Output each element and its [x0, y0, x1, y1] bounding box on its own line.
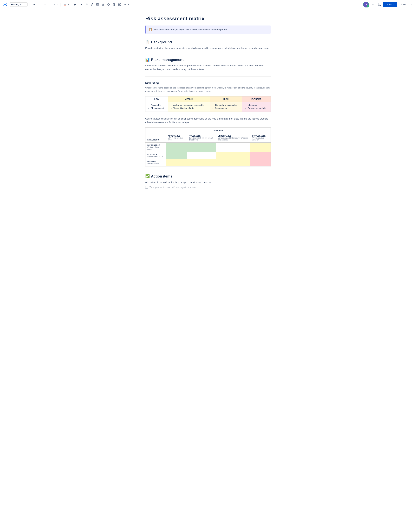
link-button[interactable] [89, 2, 95, 7]
svg-rect-23 [120, 4, 121, 6]
divider-4 [71, 3, 71, 7]
cell-prob-tolerable [187, 159, 216, 166]
avatar-online-badge [367, 5, 369, 8]
likelihood-probable: PROBABLE Risk will occur [145, 159, 166, 166]
svg-rect-11 [81, 5, 82, 5]
severity-header: SEVERITY [166, 127, 271, 133]
task-list-button[interactable]: ☑ [84, 2, 89, 7]
section-divider [145, 76, 271, 76]
page-content: Risk assessment matrix 📋 This template i… [141, 9, 275, 209]
info-banner: 📋 This template is brought to your by St… [145, 26, 271, 34]
emoji-button[interactable] [106, 2, 111, 7]
publish-button[interactable]: Publish [383, 2, 397, 7]
version-history-button[interactable] [377, 2, 382, 7]
col-undesirable: UNDESIRABLE Serious impact to the course… [216, 133, 251, 142]
table-row: IMPROBABLE Risk is unlikely to occur [145, 142, 271, 152]
cell-high: Generally unacceptable Seek support [210, 102, 242, 112]
col-extreme: EXTREME [242, 96, 271, 102]
risk-rating-table: LOW MEDIUM HIGH EXTREME Acceptable Ok to… [145, 96, 271, 112]
banner-text: This template is brought to your by Stil… [154, 28, 228, 31]
font-color-group: A ▾ [62, 2, 69, 7]
risk-rating-description: Choose your rating based on the likeliho… [145, 86, 271, 93]
risk-rating-heading: Risk rating [145, 82, 271, 85]
divider-3 [60, 3, 60, 7]
col-low: LOW [145, 96, 168, 102]
toolbar: Heading 2 ▾ B I ··· ≡ ▾ A ▾ 1.2.3. ☑ [0, 0, 416, 9]
cell-imp-undesirable [216, 142, 251, 152]
action-items-icon: ✅ [145, 174, 150, 179]
page-title[interactable]: Risk assessment matrix [145, 16, 271, 22]
confluence-logo[interactable] [3, 2, 7, 7]
cell-imp-accept [166, 142, 187, 152]
cell-prob-undesirable [216, 159, 251, 166]
svg-rect-1 [75, 4, 76, 4]
svg-rect-9 [81, 4, 82, 5]
action-item-row: Type your action, use '@' to assign to s… [145, 186, 271, 189]
svg-point-16 [109, 4, 109, 4]
banner-icon: 📋 [149, 28, 152, 31]
insert-group: 1.2.3. ☑ @ + ▾ [73, 2, 129, 7]
align-group: ≡ ▾ [52, 2, 58, 7]
action-items-section: ✅ Action items Add action items to close… [145, 174, 271, 189]
action-items-body: Add action items to close the loop on op… [145, 180, 271, 184]
svg-rect-7 [81, 4, 82, 4]
table-row: Acceptable Ok to proceed As low as reaso… [145, 102, 271, 112]
bullet-list-button[interactable] [73, 2, 78, 7]
action-items-heading: ✅ Action items [145, 174, 271, 179]
background-heading: 📋 Background [145, 40, 271, 44]
numbered-list-button[interactable]: 1.2.3. [78, 2, 84, 7]
heading-style-selector[interactable]: Heading 2 ▾ [10, 2, 28, 7]
more-insert-chevron-icon[interactable]: ▾ [128, 4, 129, 5]
likelihood-improbable: IMPROBABLE Risk is unlikely to occur [145, 142, 166, 152]
col-tolerable: TOLERABLE Effects are felt, but not crit… [187, 133, 216, 142]
layout-button[interactable] [117, 2, 122, 7]
svg-rect-22 [118, 4, 119, 6]
col-high: HIGH [210, 96, 242, 102]
toolbar-right: CK + Publish Close ··· [363, 2, 413, 8]
svg-point-4 [74, 5, 75, 5]
svg-rect-3 [75, 4, 76, 5]
align-button[interactable]: ≡ [52, 2, 57, 7]
cell-pos-accept [166, 152, 187, 159]
heading-chevron-icon: ▾ [21, 3, 22, 6]
background-section: 📋 Background Provide context on the proj… [145, 40, 271, 50]
cell-medium: As low as reasonably practicable Take mi… [168, 102, 210, 112]
svg-rect-5 [75, 5, 76, 5]
background-body[interactable]: Provide context on the project or initia… [145, 46, 271, 50]
cell-imp-tolerable [187, 142, 216, 152]
likelihood-header-cell: LIKELIHOOD [145, 133, 166, 142]
corner-cell [145, 127, 166, 133]
action-placeholder[interactable]: Type your action, use '@' to assign to s… [149, 186, 198, 189]
risks-body[interactable]: Identify and prioritize risks based on t… [145, 64, 271, 71]
font-color-chevron-icon[interactable]: ▾ [68, 4, 69, 5]
cell-pos-intolerable [250, 152, 271, 159]
more-insert-button[interactable]: + [123, 2, 128, 7]
action-checkbox[interactable] [145, 186, 148, 189]
risks-heading: 📊 Risks management [145, 58, 271, 62]
add-collaborator-button[interactable]: + [370, 2, 375, 7]
mention-button[interactable]: @ [100, 2, 106, 7]
bold-button[interactable]: B [32, 2, 37, 7]
image-button[interactable] [95, 2, 100, 7]
more-format-button[interactable]: ··· [43, 2, 48, 7]
align-chevron-icon[interactable]: ▾ [58, 4, 58, 5]
background-icon: 📋 [145, 40, 150, 44]
user-avatar[interactable]: CK [363, 2, 369, 8]
cell-imp-intolerable [250, 142, 271, 152]
svg-point-0 [74, 4, 75, 4]
table-row: POSSIBLE Risk will likely occur [145, 152, 271, 159]
risks-section: 📊 Risks management Identify and prioriti… [145, 58, 271, 166]
svg-rect-25 [379, 4, 379, 5]
text-format-group: B I ··· [32, 2, 48, 7]
svg-point-14 [107, 4, 109, 6]
col-medium: MEDIUM [168, 96, 210, 102]
italic-button[interactable]: I [37, 2, 42, 7]
cell-pos-undesirable [216, 152, 251, 159]
col-intolerable: INTOLERABLE Could result in disaster [250, 133, 271, 142]
table-button[interactable] [111, 2, 117, 7]
close-button[interactable]: Close [398, 3, 407, 7]
font-color-button[interactable]: A [62, 2, 68, 7]
more-options-button[interactable]: ··· [408, 2, 413, 7]
col-acceptable: ACCEPTABLE Little to no effect on event [166, 133, 187, 142]
divider-1 [29, 3, 30, 7]
